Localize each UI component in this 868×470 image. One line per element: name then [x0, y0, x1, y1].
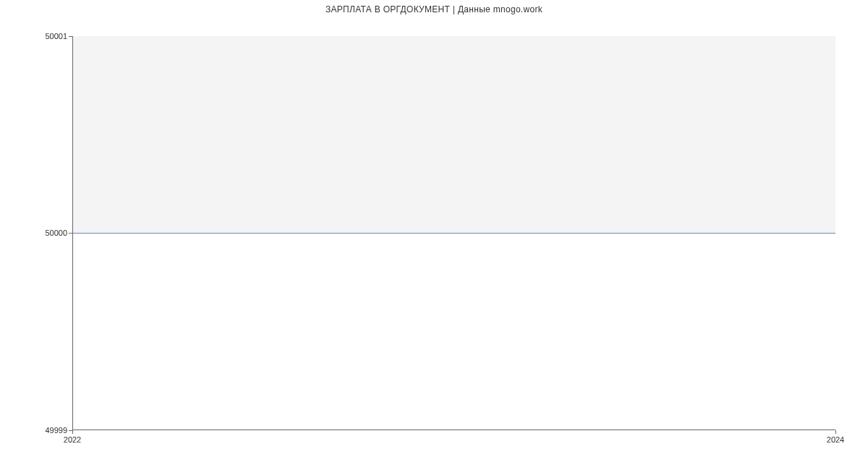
- plot-lower-half: [73, 233, 835, 430]
- y-tick-mark: [69, 36, 72, 37]
- y-tick-mark: [69, 233, 72, 234]
- data-line: [73, 233, 835, 234]
- chart-title: ЗАРПЛАТА В ОРГДОКУМЕНТ | Данные mnogo.wo…: [0, 4, 868, 14]
- y-tick-label-bottom: 49999: [45, 426, 67, 435]
- x-tick-mark: [72, 430, 73, 434]
- y-tick-label-top: 50001: [45, 32, 67, 40]
- x-tick-label-right: 2024: [827, 435, 844, 444]
- x-tick-mark: [835, 430, 836, 434]
- x-tick-label-left: 2022: [64, 435, 81, 444]
- plot-area: [72, 36, 835, 430]
- y-tick-label-mid: 50000: [45, 228, 67, 237]
